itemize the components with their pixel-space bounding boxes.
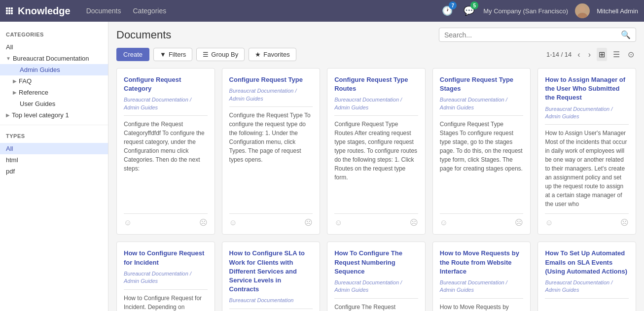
card-2-dislike[interactable]: ☹	[410, 218, 418, 227]
card-0[interactable]: Configure Request Category Bureaucrat Do…	[116, 68, 215, 235]
create-button[interactable]: Create	[116, 48, 149, 61]
card-3-like[interactable]: ☺	[440, 218, 448, 227]
sidebar-faq-label: FAQ	[19, 77, 32, 85]
content-area: CATEGORIES All ▼ Bureaucrat Documentatio…	[0, 22, 644, 311]
sidebar-item-admin-guides[interactable]: Admin Guides	[0, 64, 108, 75]
star-icon: ★	[255, 51, 261, 58]
sidebar-reference-label: Reference	[19, 89, 48, 96]
card-4-like[interactable]: ☺	[545, 218, 553, 227]
sidebar-type-pdf[interactable]: pdf	[0, 166, 108, 177]
main-content: Documents 🔍 Create ▼ Filters ☰ Group By …	[108, 22, 644, 311]
sidebar-type-html[interactable]: html	[0, 154, 108, 166]
card-5[interactable]: How to Configure Request for Incident Bu…	[116, 242, 215, 311]
svg-point-1	[577, 13, 587, 18]
filter-icon: ▼	[160, 51, 166, 58]
card-1-divider	[229, 106, 313, 107]
sidebar-item-reference[interactable]: ▶ Reference	[0, 87, 108, 98]
card-6-breadcrumb: Bureaucrat Documentation	[229, 297, 313, 304]
groupby-button[interactable]: ☰ Group By	[196, 48, 245, 61]
grid-view-button[interactable]: ⊞	[597, 48, 607, 61]
sidebar-pdf-label: pdf	[6, 168, 15, 175]
card-0-footer: ☺ ☹	[124, 213, 208, 227]
card-8-breadcrumb: Bureaucrat Documentation / Admin Guides	[440, 279, 524, 294]
sidebar-types-all[interactable]: All	[0, 143, 108, 154]
page-title: Documents	[116, 29, 171, 41]
card-0-title[interactable]: Configure Request Category	[124, 75, 208, 93]
card-1-dislike[interactable]: ☹	[304, 218, 313, 227]
sidebar-html-label: html	[6, 156, 18, 164]
card-3-breadcrumb: Bureaucrat Documentation / Admin Guides	[440, 96, 524, 111]
card-3-title[interactable]: Configure Request Type Stages	[440, 75, 524, 93]
card-0-body: Configure the Request Categoryffdfdf To …	[124, 120, 208, 208]
card-9-body	[545, 303, 629, 311]
chevron-right-icon-ref: ▶	[13, 90, 17, 95]
card-9[interactable]: How To Set Up Automated Emails on SLA Ev…	[537, 242, 636, 311]
sidebar-all-categories[interactable]: All	[0, 41, 108, 53]
card-6-divider	[229, 309, 313, 309]
card-4-dislike[interactable]: ☹	[620, 218, 629, 227]
nav-categories[interactable]: Categories	[133, 7, 166, 15]
card-4-title[interactable]: How to Assign Manager of the User Who Su…	[545, 75, 629, 103]
card-9-title[interactable]: How To Set Up Automated Emails on SLA Ev…	[545, 249, 629, 276]
card-8-title[interactable]: How to Move Requests by the Route from W…	[440, 249, 524, 276]
favorites-button[interactable]: ★ Favorites	[249, 48, 296, 61]
search-input[interactable]	[444, 31, 621, 39]
list-view-button[interactable]: ☰	[611, 48, 622, 61]
card-8-divider	[440, 298, 524, 299]
card-7-body: Configure The Request	[334, 303, 418, 311]
card-7[interactable]: How To Configure The Request Numbering S…	[327, 242, 426, 311]
card-2-like[interactable]: ☺	[334, 218, 342, 227]
card-3-dislike[interactable]: ☹	[515, 218, 523, 227]
card-5-breadcrumb: Bureaucrat Documentation / Admin Guides	[124, 270, 208, 285]
card-4-body: How to Assign User's Manager Most of the…	[545, 129, 629, 208]
card-0-divider	[124, 115, 208, 116]
nav-documents[interactable]: Documents	[86, 7, 121, 15]
sidebar-divider	[0, 125, 108, 125]
favorites-label: Favorites	[263, 51, 289, 58]
messages-button[interactable]: 💬 5	[462, 3, 476, 18]
card-5-title[interactable]: How to Configure Request for Incident	[124, 249, 208, 267]
card-5-divider	[124, 289, 208, 290]
card-0-like[interactable]: ☺	[124, 218, 132, 227]
card-8[interactable]: How to Move Requests by the Route from W…	[432, 242, 531, 311]
sidebar-item-bureaucrat-doc[interactable]: ▼ Bureaucrat Documentation	[0, 53, 108, 64]
card-1-like[interactable]: ☺	[229, 218, 237, 227]
card-7-breadcrumb: Bureaucrat Documentation / Admin Guides	[334, 279, 418, 294]
card-4-divider	[545, 124, 629, 125]
company-name: My Company (San Francisco)	[483, 7, 568, 15]
card-2-footer: ☺ ☹	[334, 213, 418, 227]
app-title: Knowledge	[18, 5, 71, 17]
card-4[interactable]: How to Assign Manager of the User Who Su…	[537, 68, 636, 235]
card-1[interactable]: Configure Request Type Bureaucrat Docume…	[222, 68, 321, 235]
apps-grid-icon[interactable]	[6, 7, 13, 14]
next-page-button[interactable]: ›	[586, 50, 593, 59]
sidebar: CATEGORIES All ▼ Bureaucrat Documentatio…	[0, 22, 108, 311]
card-2[interactable]: Configure Request Type Routes Bureaucrat…	[327, 68, 426, 235]
prev-page-button[interactable]: ‹	[575, 50, 582, 59]
toolbar: Create ▼ Filters ☰ Group By ★ Favorites …	[116, 48, 636, 61]
sidebar-bureaucrat-label: Bureaucrat Documentation	[13, 55, 89, 62]
card-0-dislike[interactable]: ☹	[199, 218, 208, 227]
card-1-title[interactable]: Configure Request Type	[229, 75, 313, 84]
activity-badge: 7	[449, 1, 457, 9]
sidebar-item-faq[interactable]: ▶ FAQ	[0, 75, 108, 87]
settings-view-button[interactable]: ⊙	[626, 48, 636, 61]
card-6-title[interactable]: How to Configure SLA to Work for Clients…	[229, 249, 313, 294]
search-icon[interactable]: 🔍	[621, 30, 631, 39]
user-avatar[interactable]	[575, 3, 590, 18]
activity-button[interactable]: 🕐 7	[440, 3, 455, 18]
chevron-down-icon: ▼	[6, 56, 11, 61]
filter-button[interactable]: ▼ Filters	[153, 48, 192, 61]
card-2-title[interactable]: Configure Request Type Routes	[334, 75, 418, 93]
page-header: Documents 🔍	[116, 28, 636, 42]
pagination-info: 1-14 / 14	[546, 51, 572, 58]
card-6[interactable]: How to Configure SLA to Work for Clients…	[222, 242, 321, 311]
card-3-footer: ☺ ☹	[440, 213, 524, 227]
card-9-divider	[545, 298, 629, 299]
card-0-breadcrumb: Bureaucrat Documentation / Admin Guides	[124, 96, 208, 111]
sidebar-item-toplevel[interactable]: ▶ Top level category 1	[0, 109, 108, 121]
types-section-header: TYPES	[0, 129, 108, 143]
card-3[interactable]: Configure Request Type Stages Bureaucrat…	[432, 68, 531, 235]
card-7-title[interactable]: How To Configure The Request Numbering S…	[334, 249, 418, 276]
sidebar-item-user-guides[interactable]: User Guides	[0, 98, 108, 109]
